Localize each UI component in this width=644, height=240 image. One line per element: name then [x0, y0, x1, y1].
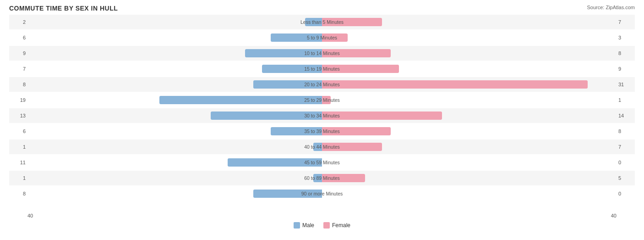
bar-right-section	[322, 111, 617, 121]
bar-male	[159, 96, 322, 104]
bar-right-section	[322, 126, 617, 136]
source-text: Source: ZipAtlas.com	[587, 5, 635, 10]
bars-center: 35 to 39 Minutes	[27, 124, 617, 139]
table-row: 11 45 to 59 Minutes 0	[9, 155, 635, 170]
legend-female-label: Female	[332, 222, 350, 229]
bar-left-section	[27, 95, 322, 105]
bar-left-section	[27, 33, 322, 43]
bars-center: 60 to 89 Minutes	[27, 171, 617, 185]
axis-left: 40	[27, 213, 33, 218]
chart-area: 2 Less than 5 Minutes 7 6 5 to 9 Minutes	[9, 15, 635, 212]
table-row: 13 30 to 34 Minutes 14	[9, 108, 635, 123]
female-value: 14	[617, 113, 635, 118]
bar-left-section	[27, 111, 322, 121]
male-value: 1	[9, 144, 27, 150]
female-value: 5	[617, 175, 635, 181]
female-value: 7	[617, 19, 635, 25]
chart-title: COMMUTE TIME BY SEX IN HULL	[9, 5, 635, 12]
bar-right-section	[322, 17, 617, 27]
female-value: 0	[617, 160, 635, 165]
female-value: 31	[617, 82, 635, 87]
bar-right-section	[322, 33, 617, 43]
bar-female	[322, 127, 391, 135]
bars-center: 30 to 34 Minutes	[27, 108, 617, 123]
bar-left-section	[27, 189, 322, 199]
axis-right: 40	[611, 213, 617, 218]
male-value: 13	[9, 113, 27, 118]
table-row: 19 25 to 29 Minutes 1	[9, 93, 635, 107]
bar-right-section	[322, 142, 617, 152]
table-row: 9 10 to 14 Minutes 8	[9, 46, 635, 61]
bar-male	[211, 112, 322, 120]
bar-male	[271, 127, 322, 135]
bar-right-section	[322, 95, 617, 105]
table-row: 2 Less than 5 Minutes 7	[9, 15, 635, 29]
bar-left-section	[27, 79, 322, 89]
bar-right-section	[322, 157, 617, 167]
bar-male	[253, 190, 322, 198]
female-value: 7	[617, 144, 635, 150]
male-value: 9	[9, 50, 27, 56]
bars-center: 40 to 44 Minutes	[27, 140, 617, 154]
axis-labels: 40 40	[9, 212, 635, 219]
bar-right-section	[322, 173, 617, 183]
table-row: 6 5 to 9 Minutes 3	[9, 30, 635, 45]
bar-male	[262, 65, 322, 73]
bar-female	[322, 33, 348, 42]
bars-center: 15 to 19 Minutes	[27, 61, 617, 76]
bar-right-section	[322, 79, 617, 89]
male-value: 7	[9, 66, 27, 72]
legend-female: Female	[323, 222, 350, 229]
female-value: 1	[617, 97, 635, 103]
table-row: 6 35 to 39 Minutes 8	[9, 124, 635, 139]
legend-male-box	[294, 222, 300, 229]
female-value: 8	[617, 128, 635, 134]
bar-left-section	[27, 157, 322, 167]
bar-female	[322, 174, 365, 182]
bar-male	[271, 33, 322, 42]
chart-container: COMMUTE TIME BY SEX IN HULL Source: ZipA…	[0, 0, 644, 240]
female-value: 9	[617, 66, 635, 72]
male-value: 1	[9, 175, 27, 181]
bars-center: 5 to 9 Minutes	[27, 30, 617, 45]
bars-center: 90 or more Minutes	[27, 186, 617, 201]
female-value: 0	[617, 191, 635, 196]
bars-center: 25 to 29 Minutes	[27, 93, 617, 107]
legend-male: Male	[294, 222, 314, 229]
bar-right-section	[322, 189, 617, 199]
male-value: 11	[9, 160, 27, 165]
table-row: 1 40 to 44 Minutes 7	[9, 140, 635, 154]
bars-center: Less than 5 Minutes	[27, 15, 617, 29]
table-row: 7 15 to 19 Minutes 9	[9, 61, 635, 76]
legend-male-label: Male	[302, 222, 314, 229]
bar-male	[313, 143, 322, 151]
bar-right-section	[322, 64, 617, 74]
bar-female	[322, 80, 588, 89]
bar-female	[322, 65, 399, 73]
male-value: 6	[9, 128, 27, 134]
bar-female	[322, 112, 442, 120]
bars-center: 45 to 59 Minutes	[27, 155, 617, 170]
bar-female	[322, 96, 331, 104]
bar-right-section	[322, 48, 617, 58]
bar-male	[253, 80, 322, 89]
bars-center: 20 to 24 Minutes	[27, 77, 617, 92]
male-value: 19	[9, 97, 27, 103]
bar-male	[313, 174, 322, 182]
male-value: 8	[9, 82, 27, 87]
table-row: 8 20 to 24 Minutes 31	[9, 77, 635, 92]
bar-left-section	[27, 64, 322, 74]
legend: Male Female	[9, 222, 635, 229]
bar-female	[322, 18, 382, 26]
bar-left-section	[27, 126, 322, 136]
male-value: 6	[9, 35, 27, 40]
legend-female-box	[323, 222, 330, 229]
female-value: 8	[617, 50, 635, 56]
table-row: 1 60 to 89 Minutes 5	[9, 171, 635, 185]
bar-left-section	[27, 17, 322, 27]
table-row: 8 90 or more Minutes 0	[9, 186, 635, 201]
bar-left-section	[27, 173, 322, 183]
female-value: 3	[617, 35, 635, 40]
bar-left-section	[27, 142, 322, 152]
bar-male	[228, 158, 322, 167]
